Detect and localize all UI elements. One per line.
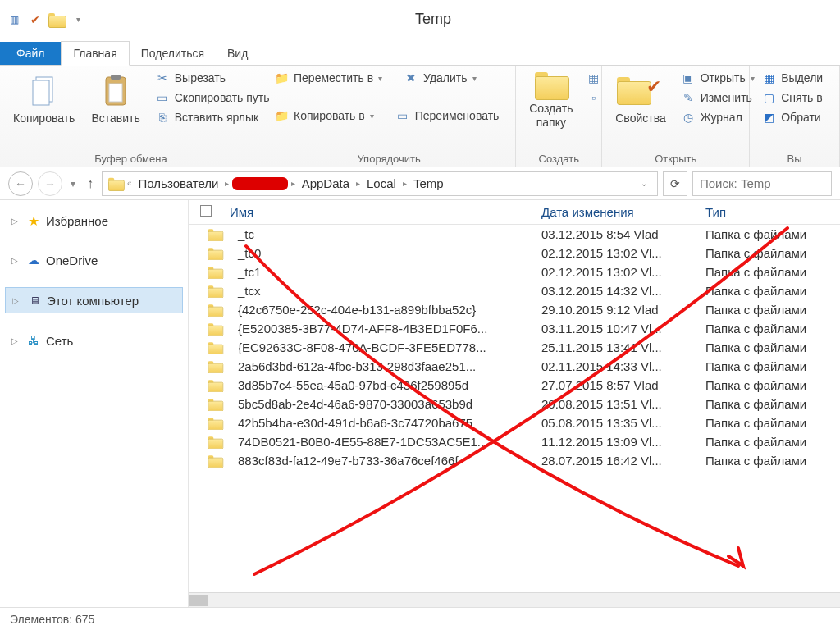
row-date: 20.08.2015 13:51 Vl...: [533, 397, 697, 411]
sidebar-item-thispc[interactable]: ▷ 🖥 Этот компьютер: [5, 287, 183, 313]
row-date: 27.07.2015 8:57 Vlad: [533, 378, 697, 392]
breadcrumb[interactable]: « Пользователи▸ ████▸ AppData▸ Local▸ Te…: [102, 171, 658, 196]
computer-icon: 🖥: [27, 293, 42, 308]
move-to-button[interactable]: 📁Переместить в▾: [271, 69, 386, 87]
column-checkbox[interactable]: [189, 205, 221, 219]
copy-path-button[interactable]: ▭Скопировать путь: [152, 89, 273, 107]
row-name: {42c6750e-252c-404e-b131-a899bfbba52c}: [230, 303, 533, 317]
row-type: Папка с файлами: [697, 227, 837, 241]
table-row[interactable]: _tc002.12.2015 13:02 Vl...Папка с файлам…: [189, 244, 840, 262]
folder-icon: [535, 72, 568, 98]
copy-button[interactable]: Копировать: [8, 69, 80, 129]
refresh-button[interactable]: ⟳: [663, 171, 687, 196]
table-row[interactable]: 42b5b4ba-e30d-491d-b6a6-3c74720ba67505.0…: [189, 413, 840, 432]
rename-button[interactable]: ▭Переименовать: [392, 107, 503, 125]
history-icon: ◷: [681, 110, 696, 125]
table-row[interactable]: 2a56d3bd-612a-4fbc-b313-298d3faae251...0…: [189, 357, 840, 376]
folder-icon: [617, 77, 650, 103]
open-button[interactable]: ▣Открыть▾: [678, 69, 758, 87]
table-row[interactable]: _tc03.12.2015 8:54 VladПапка с файлами: [189, 225, 840, 244]
properties-button[interactable]: ✔ Свойства: [610, 69, 670, 129]
list-body: _tc03.12.2015 8:54 VladПапка с файлами_t…: [189, 225, 840, 592]
cut-button[interactable]: ✂Вырезать: [152, 69, 273, 87]
row-icon-cell: [189, 228, 230, 241]
row-icon-cell: [189, 398, 230, 411]
group-select-label: Вы: [758, 151, 831, 165]
crumb-users[interactable]: Пользователи: [135, 176, 222, 190]
sidebar-item-onedrive[interactable]: ▷ ☁ OneDrive: [5, 248, 183, 272]
row-icon-cell: [189, 454, 230, 468]
paste-button[interactable]: Вставить: [86, 69, 144, 129]
table-row[interactable]: 3d85b7c4-55ea-45a0-97bd-c436f259895d27.0…: [189, 376, 840, 395]
new-folder-button[interactable]: Создать папку: [524, 69, 578, 133]
column-name[interactable]: Имя: [221, 205, 533, 219]
paste-shortcut-button[interactable]: ⎘Вставить ярлык: [152, 108, 273, 126]
qat-explorer-icon[interactable]: ▥: [5, 11, 23, 29]
folder-icon: [208, 267, 222, 278]
table-row[interactable]: {EC92633C-8F08-470A-BCDF-3FE5ED778...25.…: [189, 338, 840, 357]
table-row[interactable]: 74DB0521-B0B0-4E55-88E7-1DC53AC5E1...11.…: [189, 432, 840, 451]
row-type: Папка с файлами: [697, 303, 837, 317]
select-none-button[interactable]: ▢Снять в: [758, 89, 826, 107]
forward-button[interactable]: →: [38, 171, 62, 196]
sidebar-item-label: Сеть: [46, 334, 73, 348]
crumb-temp[interactable]: Temp: [410, 176, 447, 190]
table-row[interactable]: {E5200385-3B77-4D74-AFF8-4B3ED1F0F6...03…: [189, 319, 840, 338]
scrollbar-thumb[interactable]: [189, 595, 208, 606]
delete-button[interactable]: ✖Удалить▾: [400, 69, 479, 87]
chevron-right-icon: ▷: [11, 336, 21, 345]
star-icon: ★: [26, 213, 41, 228]
tab-home[interactable]: Главная: [61, 41, 129, 66]
crumb-appdata[interactable]: AppData: [299, 176, 353, 190]
folder-icon: [208, 455, 222, 467]
row-icon-cell: [189, 360, 230, 373]
row-name: 5bc5d8ab-2e4d-46a6-9870-33003a653b9d: [230, 397, 533, 411]
selectnone-icon: ▢: [761, 90, 776, 105]
column-date[interactable]: Дата изменения: [533, 205, 697, 219]
recent-locations-button[interactable]: ▾: [67, 178, 79, 189]
row-date: 28.07.2015 16:42 Vl...: [533, 454, 697, 468]
qat-properties-icon[interactable]: ✔: [26, 11, 44, 29]
new-folder-label: Создать папку: [529, 102, 573, 130]
group-clipboard-label: Буфер обмена: [8, 151, 253, 165]
invert-selection-button[interactable]: ◩Обрати: [758, 108, 826, 126]
breadcrumb-dropdown[interactable]: ⌄: [636, 179, 652, 188]
svg-rect-4: [109, 84, 122, 102]
table-row[interactable]: _tc102.12.2015 13:02 Vl...Папка с файлам…: [189, 262, 840, 281]
crumb-redacted[interactable]: ████: [232, 177, 287, 190]
new-item-toggle[interactable]: ▦: [584, 69, 602, 87]
qat-dropdown-icon[interactable]: ▾: [69, 11, 87, 29]
network-icon: 🖧: [26, 333, 41, 348]
horizontal-scrollbar[interactable]: [189, 592, 840, 607]
cloud-icon: ☁: [26, 253, 41, 267]
table-row[interactable]: 883cf83d-fa12-49e7-b733-36a76cef466f28.0…: [189, 451, 840, 470]
search-input[interactable]: [692, 171, 832, 196]
row-name: 2a56d3bd-612a-4fbc-b313-298d3faae251...: [230, 359, 533, 373]
table-row[interactable]: {42c6750e-252c-404e-b131-a899bfbba52c}29…: [189, 300, 840, 319]
sidebar-item-favorites[interactable]: ▷ ★ Избранное: [5, 208, 183, 233]
back-button[interactable]: ←: [8, 171, 33, 196]
sidebar-item-network[interactable]: ▷ 🖧 Сеть: [5, 328, 183, 353]
up-button[interactable]: ↑: [84, 176, 97, 191]
history-button[interactable]: ◷Журнал: [678, 108, 758, 126]
table-row[interactable]: _tcx03.12.2015 14:32 Vl...Папка с файлам…: [189, 281, 840, 300]
tab-file[interactable]: Файл: [0, 42, 61, 65]
row-date: 29.10.2015 9:12 Vlad: [533, 303, 697, 317]
tab-view[interactable]: Вид: [216, 42, 259, 65]
edit-button[interactable]: ✎Изменить: [678, 89, 758, 107]
crumb-local[interactable]: Local: [363, 176, 399, 190]
quick-access-toolbar: ▥ ✔ ▾: [0, 11, 92, 29]
new-item-icon[interactable]: ▫: [584, 89, 602, 107]
copy-to-button[interactable]: 📁Копировать в▾: [271, 107, 377, 125]
table-row[interactable]: 5bc5d8ab-2e4d-46a6-9870-33003a653b9d20.0…: [189, 395, 840, 413]
row-icon-cell: [189, 379, 230, 392]
row-type: Папка с файлами: [697, 416, 837, 430]
qat-folder-icon[interactable]: [48, 11, 66, 29]
row-date: 25.11.2015 13:41 Vl...: [533, 340, 697, 354]
select-all-button[interactable]: ▦Выдели: [758, 69, 826, 87]
row-type: Папка с файлами: [697, 322, 837, 336]
column-type[interactable]: Тип: [697, 205, 837, 219]
window-title: Temp: [92, 11, 840, 28]
row-icon-cell: [189, 247, 230, 260]
tab-share[interactable]: Поделиться: [130, 42, 216, 65]
